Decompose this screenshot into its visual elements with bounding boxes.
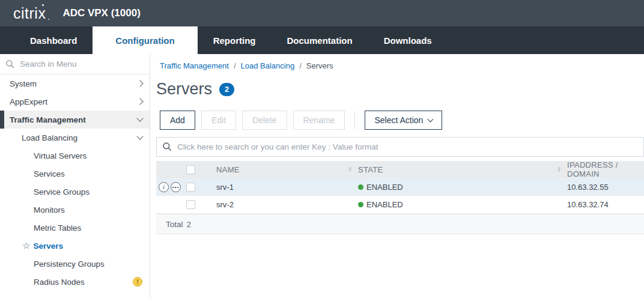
sidebar-item-label: Virtual Servers [34,151,142,160]
breadcrumb-separator: / [234,61,236,70]
table-row-srv-2[interactable]: srv-2 ENABLED 10.63.32.74 [156,196,644,214]
table-row-srv-1[interactable]: i ••• srv-1 ENABLED 10.63.32.55 [156,178,644,196]
breadcrumb-load-balancing[interactable]: Load Balancing [241,61,295,70]
sidebar-item-persistency-groups[interactable]: Persistency Groups [0,255,150,273]
cell-ipaddress: 10.63.32.74 [567,200,644,209]
select-action-dropdown[interactable]: Select Action [365,111,442,130]
content-area: Traffic Management / Load Balancing / Se… [150,54,644,298]
breadcrumb: Traffic Management / Load Balancing / Se… [160,61,644,70]
sidebar-item-metric-tables[interactable]: Metric Tables [0,219,150,237]
breadcrumb-separator: / [299,61,302,70]
sort-icon[interactable]: ▲▼ [348,166,352,172]
toolbar-divider [354,111,355,129]
toolbar: Add Edit Delete Rename Select Action [160,111,644,130]
servers-table: NAME ▲▼ STATE ▲▼ IPADDRESS / DOMAIN i ••… [156,161,644,234]
sidebar-item-label: Traffic Management [10,115,138,124]
sidebar-item-virtual-servers[interactable]: Virtual Servers [0,147,150,165]
search-icon [5,59,15,69]
count-badge: 2 [219,83,234,96]
cell-state: ENABLED [358,200,403,209]
status-label: ENABLED [366,183,403,192]
citrix-logo-text: citrix [13,5,46,22]
column-header-ipaddress[interactable]: IPADDRESS / DOMAIN [567,160,644,178]
chevron-down-icon [136,133,143,139]
sidebar-item-label: Persistency Groups [34,260,142,269]
product-title: ADC VPX (1000) [62,7,140,19]
sort-icon[interactable]: ▲▼ [557,166,561,172]
page-title: Servers [156,80,212,99]
select-action-label: Select Action [374,115,423,125]
title-row: Servers 2 [156,80,644,99]
status-label: ENABLED [366,200,403,209]
sidebar-item-services[interactable]: Services [0,165,150,183]
search-icon [162,142,172,152]
sidebar-item-label: AppExpert [10,97,138,106]
cell-ipaddress: 10.63.32.55 [567,183,644,192]
sidebar-item-label: Metric Tables [34,224,142,233]
tab-dashboard[interactable]: Dashboard [14,26,93,54]
info-icon[interactable]: i [159,182,169,192]
sidebar-item-label: Load Balancing [22,133,138,142]
status-enabled-dot [358,202,363,207]
star-icon[interactable]: ☆ [22,240,30,251]
sidebar-item-label: Services [34,169,142,178]
sidebar: System AppExpert Traffic Management Load… [0,54,150,298]
sidebar-item-label: Radius Nodes [34,278,133,287]
total-value: 2 [187,220,192,229]
logo-trademark-dot [48,19,49,20]
row-checkbox[interactable] [186,200,195,209]
total-label: Total [166,220,183,229]
column-header-state[interactable]: STATE [358,165,383,174]
row-checkbox[interactable] [186,183,195,192]
primary-nav: Dashboard Configuration Reporting Docume… [0,26,644,54]
sidebar-item-service-groups[interactable]: Service Groups [0,183,150,201]
sidebar-item-servers[interactable]: ☆ Servers [0,237,150,255]
chevron-down-icon [136,115,143,121]
cell-name: srv-1 [216,183,358,192]
sidebar-item-load-balancing[interactable]: Load Balancing [0,129,150,147]
sidebar-item-label: System [10,79,138,88]
chevron-right-icon [136,98,143,105]
tab-downloads[interactable]: Downloads [368,26,448,54]
sidebar-search[interactable] [0,54,150,74]
sidebar-item-appexpert[interactable]: AppExpert [0,93,150,111]
table-total-row: Total 2 [156,214,644,234]
sidebar-item-monitors[interactable]: Monitors [0,201,150,219]
rename-button[interactable]: Rename [293,111,345,130]
more-actions-icon[interactable]: ••• [171,182,181,192]
add-button[interactable]: Add [160,111,195,130]
table-header: NAME ▲▼ STATE ▲▼ IPADDRESS / DOMAIN [156,161,644,178]
top-bar: citrix ADC VPX (1000) [0,0,644,26]
table-search-bar[interactable] [156,137,644,157]
citrix-logo: citrix [13,5,46,22]
tab-documentation[interactable]: Documentation [272,26,368,54]
select-all-checkbox[interactable] [186,165,195,174]
table-search-input[interactable] [177,142,643,151]
sidebar-item-label: Servers [33,242,142,251]
sidebar-item-system[interactable]: System [0,74,150,93]
tab-reporting[interactable]: Reporting [198,26,272,54]
sidebar-item-radius-nodes[interactable]: Radius Nodes ! [0,273,150,291]
delete-button[interactable]: Delete [242,111,287,130]
breadcrumb-current: Servers [306,61,333,70]
breadcrumb-traffic-management[interactable]: Traffic Management [160,61,229,70]
tab-configuration[interactable]: Configuration [93,26,197,54]
sidebar-search-input[interactable] [20,59,134,68]
chevron-right-icon [136,80,143,87]
cell-name: srv-2 [216,200,358,209]
warning-icon: ! [133,277,142,287]
column-header-name[interactable]: NAME [216,165,240,174]
status-enabled-dot [358,184,363,190]
cell-state: ENABLED [358,183,403,192]
sidebar-item-label: Monitors [34,205,142,214]
sidebar-item-traffic-management[interactable]: Traffic Management [0,111,150,129]
edit-button[interactable]: Edit [201,111,236,130]
sidebar-item-label: Service Groups [34,187,142,196]
chevron-down-icon [428,117,434,123]
